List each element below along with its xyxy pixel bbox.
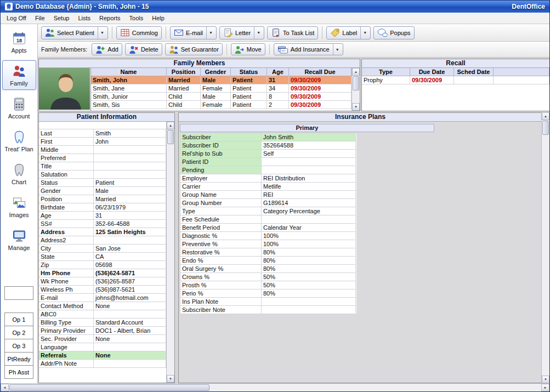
select-patient-button[interactable]: Select Patient▼ bbox=[41, 26, 108, 39]
family-column-recall-due[interactable]: Recall Due bbox=[289, 68, 351, 76]
patient-field-address-value[interactable]: 125 Satin Heights bbox=[94, 228, 166, 236]
scrollbar-thumb[interactable] bbox=[542, 121, 549, 135]
family-column-name[interactable]: Name bbox=[91, 68, 167, 76]
insurance-field-prosth-value[interactable]: 50% bbox=[262, 281, 356, 289]
family-cell-smith-sis-name[interactable]: Smith, Sis bbox=[91, 101, 167, 109]
patient-field-birthdate-value[interactable]: 06/23/1979 bbox=[94, 203, 166, 212]
insurance-field-ins-plan-note-value[interactable] bbox=[262, 298, 356, 306]
insurance-field-restorative-value[interactable]: 80% bbox=[262, 248, 356, 257]
scroll-down-arrow-icon[interactable]: ▼ bbox=[352, 103, 360, 111]
popups-button[interactable]: Popups bbox=[373, 26, 414, 39]
menu-log-off[interactable]: Log Off bbox=[2, 13, 31, 24]
recall-column-type[interactable]: Type bbox=[362, 68, 410, 76]
patient-field-contact-method-value[interactable]: None bbox=[94, 302, 166, 310]
family-cell-smith-sis-age[interactable]: 2 bbox=[267, 101, 289, 109]
patient-field-wk-phone-value[interactable]: (536)265-8587 bbox=[94, 277, 166, 286]
insurance-field-pending-value[interactable] bbox=[262, 166, 356, 174]
insurance-field-subscriber-note-value[interactable] bbox=[262, 306, 356, 314]
family-cell-smith-junior-name[interactable]: Smith, Junior bbox=[91, 93, 167, 101]
title-bar[interactable]: Demo Database {Admin} - Smith, John - 15… bbox=[1, 1, 549, 13]
scroll-up-arrow-icon[interactable]: ▲ bbox=[352, 68, 360, 76]
recall-column-sched-date[interactable]: Sched Date bbox=[454, 68, 494, 76]
family-cell-smith-jane-age[interactable]: 34 bbox=[267, 84, 289, 93]
menu-help[interactable]: Help bbox=[148, 13, 169, 24]
insurance-field-benefit-period-value[interactable]: Calendar Year bbox=[262, 224, 356, 232]
move-button[interactable]: Move bbox=[231, 43, 265, 55]
insurance-field-subscriber-value[interactable]: John Smith bbox=[262, 133, 356, 141]
delete-button[interactable]: Delete bbox=[125, 43, 162, 55]
family-cell-smith-sis-gender[interactable]: Female bbox=[201, 101, 231, 109]
insurance-field-fee-schedule-value[interactable] bbox=[262, 215, 356, 224]
label-button[interactable]: Label▼ bbox=[326, 26, 371, 39]
scroll-up-arrow-icon[interactable]: ▲ bbox=[167, 122, 174, 129]
patient-photo[interactable] bbox=[39, 68, 91, 111]
menu-setup[interactable]: Setup bbox=[49, 13, 74, 24]
patient-field-last-value[interactable]: Smith bbox=[94, 129, 166, 138]
patient-field-middle-value[interactable] bbox=[94, 146, 166, 154]
family-cell-smith-john-status[interactable]: Patient bbox=[231, 76, 267, 84]
set-guarantor-button[interactable]: Set Guarantor bbox=[165, 43, 223, 55]
family-cell-smith-john-age[interactable]: 31 bbox=[267, 76, 289, 84]
insurance-field-crowns-value[interactable]: 50% bbox=[262, 273, 356, 281]
patient-field-e-mail-value[interactable]: johns@hotmail.com bbox=[94, 294, 166, 302]
family-table-scrollbar[interactable]: ▲ ▼ bbox=[351, 68, 360, 111]
operatory-op-2-button[interactable]: Op 2 bbox=[4, 326, 33, 339]
scrollbar-track[interactable] bbox=[9, 384, 541, 391]
operatory-ph-asst-button[interactable]: Ph Asst bbox=[4, 365, 33, 379]
horizontal-scrollbar[interactable]: ◄ ► bbox=[1, 383, 549, 391]
sidebar-item-images[interactable]: Images bbox=[2, 192, 36, 221]
sidebar-item-family[interactable]: Family bbox=[2, 60, 36, 90]
recall-cell-type[interactable]: Prophy bbox=[362, 76, 410, 84]
patient-field-title-value[interactable] bbox=[94, 162, 166, 171]
operatory-ptready-button[interactable]: PtReady bbox=[4, 352, 33, 366]
insurance-field-perio-value[interactable]: 80% bbox=[262, 289, 356, 298]
e-mail-button[interactable]: E-mail▼ bbox=[170, 26, 217, 39]
insurance-field-preventive-value[interactable]: 100% bbox=[262, 240, 356, 248]
dropdown-arrow-icon[interactable]: ▼ bbox=[360, 27, 367, 39]
insurance-field-diagnostic-value[interactable]: 100% bbox=[262, 232, 356, 240]
family-cell-smith-sis-recall-due[interactable]: 09/30/2009 bbox=[289, 101, 351, 109]
menu-tools[interactable]: Tools bbox=[125, 13, 148, 24]
insurance-field-type-value[interactable]: Category Percentage bbox=[262, 207, 356, 215]
insurance-field-subscriber-id-value[interactable]: 352664588 bbox=[262, 141, 356, 150]
commlog-button[interactable]: Commlog bbox=[116, 26, 162, 39]
dropdown-arrow-icon[interactable]: ▼ bbox=[333, 44, 339, 55]
patient-field-preferred-value[interactable] bbox=[94, 154, 166, 162]
scrollbar-thumb[interactable] bbox=[167, 130, 174, 144]
scrollbar-track[interactable] bbox=[167, 129, 174, 375]
menu-reports[interactable]: Reports bbox=[95, 13, 125, 24]
scroll-down-arrow-icon[interactable]: ▼ bbox=[167, 375, 174, 383]
scrollbar-track[interactable] bbox=[542, 120, 549, 376]
scroll-right-arrow-icon[interactable]: ► bbox=[541, 384, 549, 391]
scrollbar-thumb[interactable] bbox=[353, 76, 359, 90]
insurance-field-group-number-value[interactable]: G189614 bbox=[262, 199, 356, 207]
sidebar-item-account[interactable]: Account bbox=[2, 93, 36, 123]
patient-field-status-value[interactable]: Patient bbox=[94, 179, 166, 187]
to-task-list-button[interactable]: To Task List bbox=[267, 26, 318, 39]
sidebar-item-chart[interactable]: Chart bbox=[2, 159, 36, 189]
family-column-status[interactable]: Status bbox=[231, 68, 267, 76]
family-column-age[interactable]: Age bbox=[267, 68, 289, 76]
patient-field-gender-value[interactable]: Male bbox=[94, 187, 166, 195]
insurance-field-oral-surgery-value[interactable]: 80% bbox=[262, 265, 356, 273]
patient-field-zip-value[interactable]: 05698 bbox=[94, 261, 166, 269]
patient-field-sec-provider-value[interactable]: None bbox=[94, 335, 166, 343]
family-cell-smith-jane-status[interactable]: Patient bbox=[231, 84, 267, 93]
sidebar-item-appts[interactable]: 18Appts bbox=[2, 27, 36, 57]
patient-field-billing-type-value[interactable]: Standard Account bbox=[94, 319, 166, 327]
dropdown-arrow-icon[interactable]: ▼ bbox=[206, 27, 213, 39]
dropdown-arrow-icon[interactable]: ▼ bbox=[98, 27, 104, 39]
family-cell-smith-junior-gender[interactable]: Male bbox=[201, 93, 231, 101]
sidebar-item-manage[interactable]: Manage bbox=[2, 225, 36, 254]
insurance-field-rel-ship-to-sub-value[interactable]: Self bbox=[262, 150, 356, 158]
patient-field-referrals-value[interactable]: None bbox=[94, 351, 166, 360]
recall-cell-due-date[interactable]: 09/30/2009 bbox=[410, 76, 454, 84]
family-column-position[interactable]: Position bbox=[167, 68, 201, 76]
content-vertical-scrollbar[interactable]: ▲ ▼ bbox=[541, 112, 549, 383]
family-cell-smith-john-gender[interactable]: Male bbox=[201, 76, 231, 84]
family-cell-smith-john-recall-due[interactable]: 09/30/2009 bbox=[289, 76, 351, 84]
scrollbar-track[interactable] bbox=[352, 76, 360, 103]
add-button[interactable]: Add bbox=[92, 43, 122, 55]
family-cell-smith-junior-status[interactable]: Patient bbox=[231, 93, 267, 101]
family-cell-smith-junior-position[interactable]: Child bbox=[167, 93, 201, 101]
